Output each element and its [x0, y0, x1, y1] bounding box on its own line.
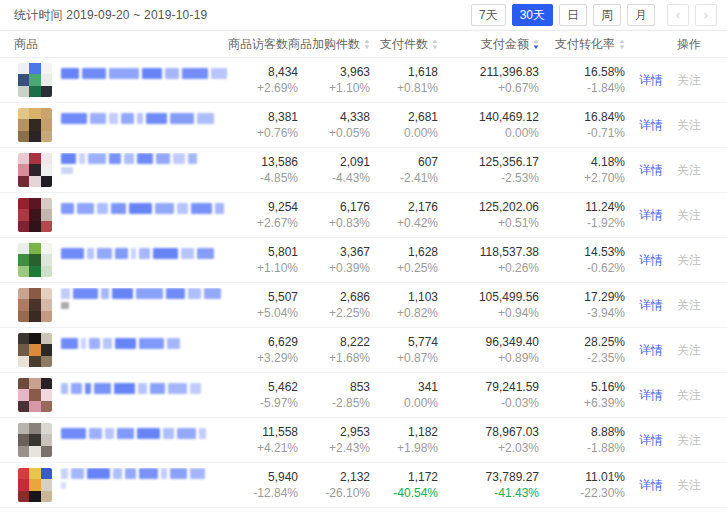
next-page-button[interactable]: › — [695, 4, 717, 26]
paid-items-cell: 2,176 +0.42% — [380, 200, 448, 231]
col-header-payment-amount[interactable]: 支付金额▲▼ — [448, 36, 549, 53]
follow-link[interactable]: 关注 — [677, 477, 701, 494]
detail-link[interactable]: 详情 — [639, 297, 663, 314]
conversion-change: -1.88% — [549, 441, 625, 456]
product-thumbnail[interactable] — [18, 153, 52, 187]
detail-link[interactable]: 详情 — [639, 342, 663, 359]
cart-change: +0.39% — [308, 261, 370, 276]
visitors-value: 5,507 — [230, 290, 298, 305]
follow-link[interactable]: 关注 — [677, 72, 701, 89]
product-thumbnail[interactable] — [18, 288, 52, 322]
visitors-change: -4.85% — [230, 171, 298, 186]
product-name-redacted[interactable] — [61, 68, 227, 79]
detail-link[interactable]: 详情 — [639, 72, 663, 89]
follow-link[interactable]: 关注 — [677, 207, 701, 224]
product-thumbnail[interactable] — [18, 63, 52, 97]
cart-cell: 2,686 +2.25% — [308, 290, 380, 321]
range-button-1[interactable]: 30天 — [512, 4, 553, 26]
cart-value: 853 — [308, 380, 370, 395]
product-thumbnail[interactable] — [18, 243, 52, 277]
product-cell — [0, 378, 230, 412]
product-name-redacted-line2 — [61, 167, 197, 174]
detail-link[interactable]: 详情 — [639, 162, 663, 179]
payment-amount-change: +0.94% — [448, 306, 539, 321]
product-name-redacted[interactable] — [61, 113, 214, 124]
product-name-redacted[interactable] — [61, 288, 221, 299]
sort-icon[interactable]: ▲▼ — [364, 39, 370, 50]
product-name-redacted[interactable] — [61, 203, 224, 214]
sort-icon[interactable]: ▲▼ — [533, 39, 539, 50]
sort-desc-icon: ▼ — [363, 45, 371, 50]
conversion-cell: 28.25% -2.35% — [549, 335, 635, 366]
actions-cell: 详情 关注 — [635, 252, 727, 269]
range-button-3[interactable]: 周 — [593, 4, 621, 26]
product-name-redacted[interactable] — [61, 153, 197, 164]
follow-link[interactable]: 关注 — [677, 117, 701, 134]
range-button-2[interactable]: 日 — [559, 4, 587, 26]
conversion-cell: 16.84% -0.71% — [549, 110, 635, 141]
follow-link[interactable]: 关注 — [677, 252, 701, 269]
product-thumbnail[interactable] — [18, 198, 52, 232]
cart-change: +1.68% — [308, 351, 370, 366]
range-button-0[interactable]: 7天 — [471, 4, 506, 26]
visitors-change: +2.69% — [230, 81, 298, 96]
cart-cell: 2,091 -4.43% — [308, 155, 380, 186]
detail-link[interactable]: 详情 — [639, 252, 663, 269]
product-name-redacted[interactable] — [61, 428, 206, 439]
sort-desc-icon: ▼ — [431, 45, 439, 50]
product-name-redacted-line2 — [61, 482, 205, 489]
cart-change: +2.43% — [308, 441, 370, 456]
payment-amount-cell: 125,356.17 -2.53% — [448, 155, 549, 186]
follow-link[interactable]: 关注 — [677, 387, 701, 404]
product-name-redacted[interactable] — [61, 468, 205, 479]
product-thumbnail[interactable] — [18, 468, 52, 502]
visitors-change: +5.04% — [230, 306, 298, 321]
prev-page-button[interactable]: ‹ — [667, 4, 689, 26]
range-button-4[interactable]: 月 — [627, 4, 655, 26]
paid-items-cell: 1,182 +1.98% — [380, 425, 448, 456]
product-name-wrap — [61, 248, 214, 259]
detail-link[interactable]: 详情 — [639, 207, 663, 224]
cart-value: 3,963 — [308, 65, 370, 80]
paid-items-change: +0.87% — [380, 351, 438, 366]
product-thumbnail[interactable] — [18, 333, 52, 367]
detail-link[interactable]: 详情 — [639, 477, 663, 494]
table-body: 8,434 +2.69% 3,963 +1.10% 1,618 +0.81% 2… — [0, 58, 727, 508]
detail-link[interactable]: 详情 — [639, 117, 663, 134]
sort-icon[interactable]: ▲▼ — [432, 39, 438, 50]
sort-icon[interactable]: ▲▼ — [619, 39, 625, 50]
visitors-value: 8,381 — [230, 110, 298, 125]
follow-link[interactable]: 关注 — [677, 342, 701, 359]
col-header-cart[interactable]: 商品加购件数▲▼ — [308, 36, 380, 53]
product-name-redacted[interactable] — [61, 383, 201, 394]
visitors-change: +2.67% — [230, 216, 298, 231]
sort-icon[interactable]: ▲▼ — [292, 39, 298, 50]
conversion-change: -1.92% — [549, 216, 625, 231]
product-name-redacted-line2 — [61, 302, 221, 309]
col-header-conversion[interactable]: 支付转化率▲▼ — [549, 36, 635, 53]
paid-items-cell: 1,628 +0.25% — [380, 245, 448, 276]
product-name-redacted[interactable] — [61, 248, 214, 259]
col-header-paid-items[interactable]: 支付件数▲▼ — [380, 36, 448, 53]
payment-amount-change: -2.53% — [448, 171, 539, 186]
conversion-change: -0.71% — [549, 126, 625, 141]
visitors-cell: 6,629 +3.29% — [230, 335, 308, 366]
visitors-value: 5,462 — [230, 380, 298, 395]
paid-items-value: 1,618 — [380, 65, 438, 80]
paid-items-cell: 341 0.00% — [380, 380, 448, 411]
product-name-redacted[interactable] — [61, 338, 180, 349]
product-thumbnail[interactable] — [18, 423, 52, 457]
follow-link[interactable]: 关注 — [677, 432, 701, 449]
product-cell — [0, 153, 230, 187]
detail-link[interactable]: 详情 — [639, 387, 663, 404]
follow-link[interactable]: 关注 — [677, 162, 701, 179]
detail-link[interactable]: 详情 — [639, 432, 663, 449]
payment-amount-change: +2.03% — [448, 441, 539, 456]
product-thumbnail[interactable] — [18, 378, 52, 412]
follow-link[interactable]: 关注 — [677, 297, 701, 314]
table-row: 5,462 -5.97% 853 -2.85% 341 0.00% 79,241… — [0, 373, 727, 418]
col-header-product: 商品 — [0, 36, 230, 53]
payment-amount-value: 73,789.27 — [448, 470, 539, 485]
visitors-value: 5,940 — [230, 470, 298, 485]
product-thumbnail[interactable] — [18, 108, 52, 142]
